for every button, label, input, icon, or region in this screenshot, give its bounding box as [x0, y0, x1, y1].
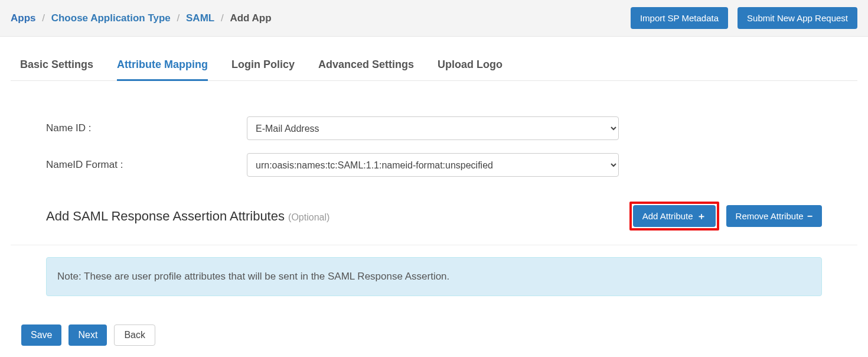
tabs: Basic Settings Attribute Mapping Login P…	[11, 37, 857, 81]
breadcrumb-current: Add App	[230, 12, 271, 24]
plus-icon: ＋	[697, 212, 706, 221]
remove-attribute-button[interactable]: Remove Attribute −	[726, 205, 822, 227]
submit-new-app-request-button[interactable]: Submit New App Request	[738, 7, 857, 29]
nameid-format-select[interactable]: urn:oasis:names:tc:SAML:1.1:nameid-forma…	[247, 153, 619, 177]
tab-advanced-settings[interactable]: Advanced Settings	[318, 59, 414, 81]
breadcrumb-separator: /	[38, 12, 48, 24]
tab-attribute-mapping[interactable]: Attribute Mapping	[117, 59, 208, 81]
minus-icon: −	[807, 212, 812, 221]
tab-upload-logo[interactable]: Upload Logo	[438, 59, 502, 81]
add-attribute-button[interactable]: Add Attribute ＋	[633, 205, 716, 227]
add-attribute-highlight: Add Attribute ＋	[629, 202, 719, 231]
breadcrumb-saml[interactable]: SAML	[186, 12, 214, 24]
breadcrumb-separator: /	[174, 12, 184, 24]
name-id-select[interactable]: E-Mail Address	[247, 116, 619, 140]
next-button[interactable]: Next	[68, 324, 107, 346]
section-title: Add SAML Response Assertion Attributes (…	[46, 209, 329, 224]
back-button[interactable]: Back	[114, 324, 155, 346]
import-sp-metadata-button[interactable]: Import SP Metadata	[631, 7, 728, 29]
breadcrumb-apps[interactable]: Apps	[11, 12, 36, 24]
tab-basic-settings[interactable]: Basic Settings	[20, 59, 93, 81]
breadcrumb: Apps / Choose Application Type / SAML / …	[11, 12, 272, 24]
nameid-format-label: NameID Format :	[46, 159, 247, 171]
name-id-label: Name ID :	[46, 122, 247, 134]
tab-login-policy[interactable]: Login Policy	[231, 59, 295, 81]
note-box: Note: These are user profile attributes …	[46, 257, 822, 296]
breadcrumb-separator: /	[217, 12, 227, 24]
breadcrumb-choose-type[interactable]: Choose Application Type	[51, 12, 171, 24]
save-button[interactable]: Save	[21, 324, 61, 346]
